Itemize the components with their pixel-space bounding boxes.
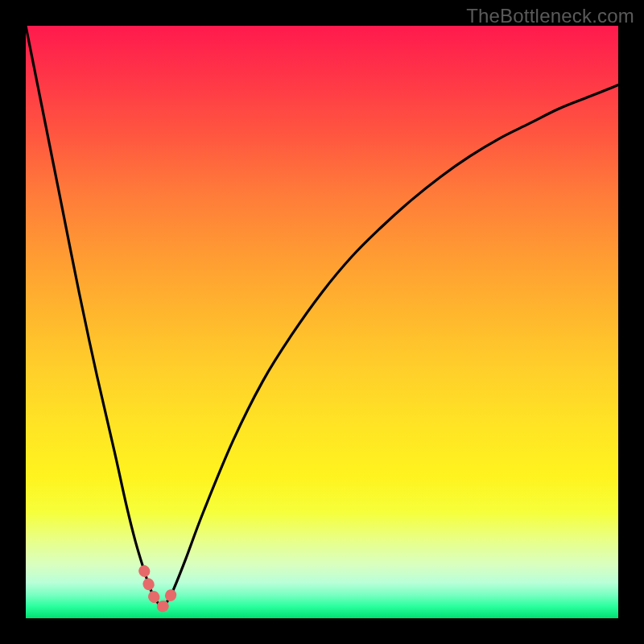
highlight-markers — [144, 571, 174, 606]
plot-area — [26, 26, 618, 618]
curve-svg — [26, 26, 618, 618]
bottleneck-curve-path — [26, 26, 618, 606]
chart-frame: TheBottleneck.com — [0, 0, 644, 644]
watermark-text: TheBottleneck.com — [466, 5, 634, 27]
